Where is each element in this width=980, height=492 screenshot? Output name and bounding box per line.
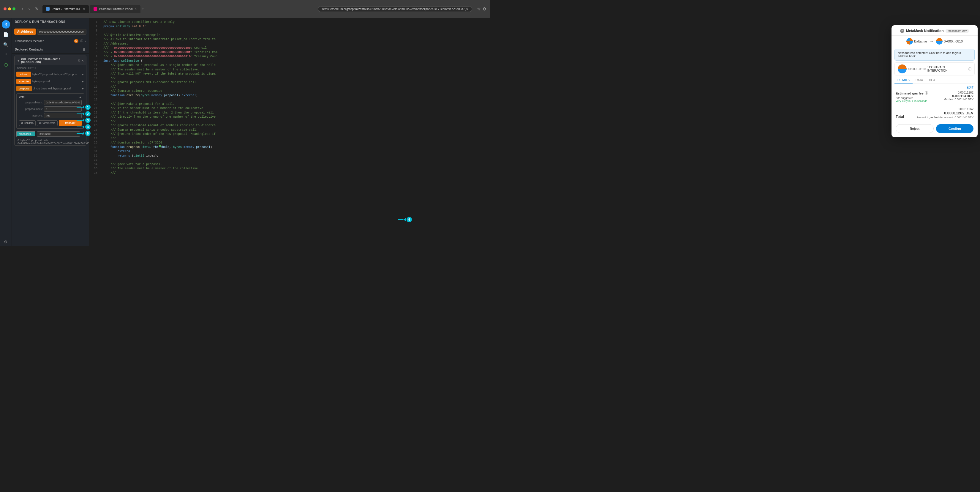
deployed-contracts-header: Deployed Contracts 🗑 [12,45,89,54]
ph-chevron[interactable]: ▼ [81,132,84,136]
code-line-33 [103,158,487,162]
ph-value-input[interactable] [37,131,81,137]
fn-execute-chevron[interactable]: ▼ [81,80,84,83]
sidebar-item-file[interactable]: 📄 [2,30,10,39]
code-line-27: /// @return index Index of the new propo… [103,132,487,137]
new-tab-button[interactable]: + [142,6,144,11]
code-line-30: function propose(uint32 threshold, bytes… [103,145,487,150]
proposal-hash-label: proposalHash: [19,101,43,104]
sidebar-item-search[interactable]: 🔍 [2,40,10,49]
extensions-icon[interactable]: ⚙ [482,6,487,11]
code-line-11: /// @dev Execute a proposal as a single … [103,63,487,68]
fn-close-chevron[interactable]: ▼ [81,73,84,76]
fn-propose-row: propose uint32 threshold, bytes proposal… [14,85,86,92]
transactions-row: Transactions recorded 5 ⓘ › [12,37,89,45]
vote-section: vote ▲ proposalHash: proposalIndex: appr… [16,93,84,129]
code-line-21: /// If the sender must be a member of th… [103,107,487,111]
proposal-index-label: proposalIndex: [19,108,43,110]
deploy-panel: DEPLOY & RUN TRANSACTIONS At Address Tra… [12,18,89,246]
code-line-8: /// - 0x00000000000000000000000000000000… [103,51,487,55]
traffic-lights [3,8,16,10]
contract-close-icon[interactable]: ✕ [81,59,84,62]
transactions-info-icon[interactable]: ⓘ [80,39,83,43]
contract-header: ▼ COLLECTIVE AT 0X000...00810 (BLOCKCHAI… [14,56,86,65]
remix-favicon [46,7,49,11]
transact-button[interactable]: transact [59,120,82,126]
browser-actions: ☆ ⚙ [477,6,487,11]
fn-propose-chevron[interactable]: ▼ [81,87,84,90]
proposal-hash-input[interactable] [44,100,82,105]
ph-badge-button[interactable]: proposalH... [16,131,36,137]
vote-chevron[interactable]: ▲ [79,96,82,99]
contract-chevron[interactable]: ▼ [17,59,20,62]
code-editor: 12345 678910 1112131415 1617181920 21222… [89,18,490,246]
at-address-row: At Address [12,26,89,37]
main-layout: R 📄 🔍 ⑂ ⬡ ⚙ DEPLOY & RUN TRANSACTIONS At… [0,18,490,246]
code-line-34: /// @dev Vote for a proposal. [103,162,487,167]
contract-name: COLLECTIVE AT 0X000...00810 (BLOCKCHAIN) [21,57,77,64]
fn-close-button[interactable]: close [16,72,31,77]
transactions-chevron[interactable]: › [85,40,86,43]
code-line-6: /// Addresses: [103,42,487,46]
at-address-input[interactable] [37,29,86,35]
sidebar-item-deploy[interactable]: ⬡ [2,61,10,69]
at-address-button[interactable]: At Address [14,29,36,35]
tab-remix-label: Remix - Ethereum IDE [51,8,81,11]
address-bar[interactable] [318,6,472,12]
trash-icon[interactable]: 🗑 [83,48,86,51]
fn-execute-button[interactable]: execute [16,79,31,84]
approve-input[interactable] [44,113,82,118]
vote-label: vote [19,96,79,99]
sidebar-item-settings[interactable]: ⚙ [2,238,10,246]
code-line-35: /// The sender must be a member of the c… [103,167,487,171]
code-line-25: /// @param threshold Amount of members r… [103,124,487,128]
approve-field-row: approve: [18,112,83,119]
code-line-2: pragma solidity >=0.8.3; [103,25,487,29]
proposal-index-field-row: proposalIndex: [18,106,83,112]
calldata-label: Calldata [24,121,33,124]
calldata-button[interactable]: ⧉ Calldata [19,120,36,126]
calldata-icon: ⧉ [21,121,23,125]
code-line-31: external [103,150,487,154]
tabs-bar: Remix - Ethereum IDE ✕ Polkadot/Substrat… [43,5,315,13]
code-line-3 [103,29,487,33]
reload-button[interactable]: ↻ [33,6,40,12]
code-lines: // SPDX-License-Identifier: GPL-3.0-only… [100,18,490,246]
tab-remix-close[interactable]: ✕ [83,8,85,10]
tab-polkadot[interactable]: Polkadot/Substrate Portal ✕ [90,5,140,13]
transactions-badge: 5 [74,39,78,43]
bookmark-icon[interactable]: ☆ [477,6,481,11]
proposal-hash-result-row: proposalH... ▼ [14,130,86,138]
code-line-9: /// - 0x00000000000000000000000000000000… [103,55,487,59]
copy-icon[interactable]: ⧉ [78,59,80,62]
tab-remix[interactable]: Remix - Ethereum IDE ✕ [43,5,89,13]
fn-propose-button[interactable]: propose [16,86,32,91]
browser-chrome: ‹ › ↻ Remix - Ethereum IDE ✕ Polkadot/Su… [0,0,490,18]
code-line-4: /// @title Collective precompile [103,33,487,38]
minimize-window-button[interactable] [8,8,11,10]
line-numbers: 12345 678910 1112131415 1617181920 21222… [89,18,100,246]
sidebar-icons: R 📄 🔍 ⑂ ⬡ ⚙ [0,18,12,246]
code-line-17: /// @custom:selector 09c5eabe [103,89,487,94]
code-line-22: /// If the threshold is less than 2 then… [103,111,487,115]
code-line-36: /// [103,171,487,175]
deployed-contracts-title: Deployed Contracts [15,48,83,51]
back-button[interactable]: ‹ [20,6,25,12]
balance-row: Balance: 0 ETH [14,65,86,71]
forward-button[interactable]: › [27,6,32,12]
close-window-button[interactable] [3,8,6,10]
params-icon: ⧉ [39,121,41,125]
proposal-hash-field-row: proposalHash: [18,99,83,106]
code-line-16: /// [103,85,487,89]
approve-label: approve: [19,114,43,117]
proposal-index-input[interactable] [44,107,82,112]
code-line-12: /// The sender must be a member of the c… [103,68,487,72]
ph-detail-row: 0: bytes32: proposalHash 0xde89bacada28e… [14,138,86,145]
code-line-1: // SPDX-License-Identifier: GPL-3.0-only [103,20,487,25]
sidebar-item-git[interactable]: ⑂ [2,51,10,59]
balance-value: Balance: 0 ETH [17,67,36,70]
code-line-19 [103,98,487,102]
params-button[interactable]: ⧉ Parameters [37,120,57,126]
maximize-window-button[interactable] [13,8,16,10]
tab-polkadot-close[interactable]: ✕ [135,8,137,10]
